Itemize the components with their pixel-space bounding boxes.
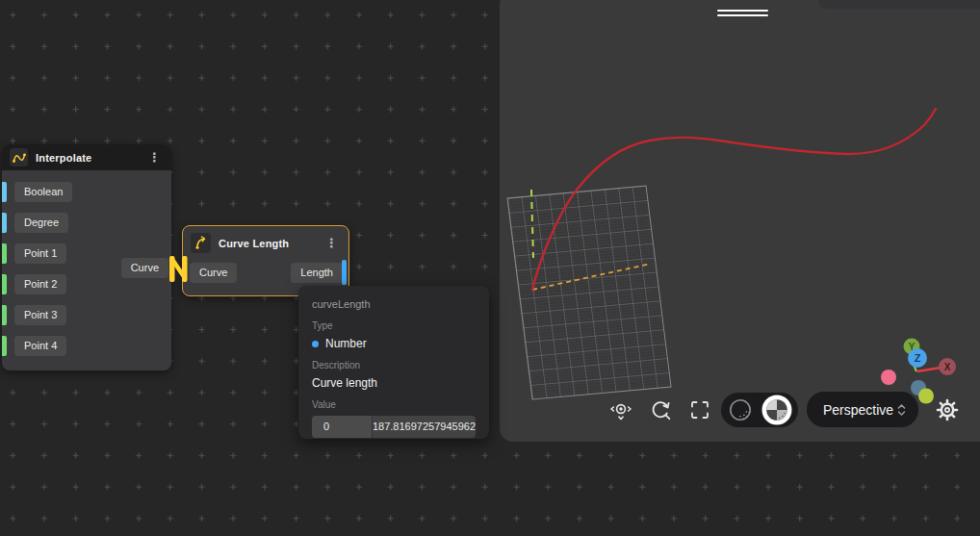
input-port-point2[interactable]: Point 2 [2, 274, 66, 294]
value-cell: 187.81697257945962 [372, 416, 476, 438]
tooltip-description-label: Description [312, 360, 476, 370]
port-label: Boolean [14, 182, 72, 202]
input-port-boolean[interactable]: Boolean [2, 182, 72, 202]
pan-icon [609, 398, 632, 421]
port-label: Degree [14, 213, 68, 233]
node-title: Curve Length [219, 238, 289, 249]
output-port-length[interactable]: Length [291, 263, 343, 283]
curve-length-icon [191, 233, 211, 253]
viewport-toolbar: Perspective [500, 391, 980, 429]
tooltip-description-value: Curve length [312, 376, 476, 390]
port-label: Length [291, 263, 343, 283]
interpolate-curve-icon [10, 148, 28, 166]
interpolate-node[interactable]: Interpolate ⋮ Boolean Degree Point 1 Poi… [2, 144, 171, 370]
port-label: Point 4 [14, 336, 66, 356]
shaded-sphere-icon[interactable] [761, 394, 793, 426]
port-label: Point 2 [14, 274, 66, 294]
orbit-button[interactable] [644, 394, 677, 426]
node-title: Interpolate [36, 152, 91, 164]
viewport-settings-button[interactable] [933, 396, 962, 424]
kebab-menu-icon[interactable]: ⋮ [145, 149, 164, 166]
port-type-strip [2, 305, 7, 325]
kebab-menu-icon[interactable]: ⋮ [322, 235, 341, 251]
fit-view-button[interactable] [683, 394, 716, 426]
wireframe-sphere-icon[interactable] [726, 396, 755, 424]
gizmo-x-label: X [944, 362, 951, 372]
fit-view-icon [688, 398, 711, 421]
gizmo-z-label: Z [915, 352, 921, 364]
tooltip-type-value: Number [325, 337, 367, 350]
port-type-strip [2, 213, 7, 233]
curve-wire[interactable] [167, 252, 193, 287]
value-index-cell: 0 [312, 416, 372, 438]
port-type-strip [2, 336, 7, 356]
port-type-strip [2, 274, 7, 294]
tooltip-value-label: Value [312, 399, 476, 410]
port-type-strip [2, 182, 7, 202]
orbit-icon [648, 397, 673, 422]
gear-icon [936, 398, 959, 421]
port-tooltip: curveLength Type Number Description Curv… [298, 286, 489, 439]
tooltip-type-label: Type [312, 320, 476, 331]
port-label: Curve [190, 263, 237, 283]
port-type-strip [342, 260, 347, 285]
port-label: Point 3 [14, 305, 66, 325]
viewport-drag-handle[interactable] [717, 10, 768, 16]
projection-value: Perspective [823, 402, 896, 418]
port-label: Point 1 [14, 243, 66, 264]
curve-length-node-header[interactable]: Curve Length ⋮ [183, 226, 348, 255]
chevron-up-down-icon [896, 402, 907, 418]
input-port-curve[interactable]: Curve [190, 263, 237, 283]
shading-mode-toggle[interactable] [721, 393, 798, 427]
value-table: 0 187.81697257945962 [312, 416, 476, 438]
input-port-point1[interactable]: Point 1 [2, 243, 66, 264]
type-number-dot-icon [312, 341, 319, 347]
3d-viewport[interactable]: Y Z X [500, 0, 980, 442]
input-port-point3[interactable]: Point 3 [2, 305, 66, 325]
port-type-strip [2, 243, 7, 264]
output-port-curve[interactable]: Curve [121, 258, 168, 278]
input-port-point4[interactable]: Point 4 [2, 336, 66, 356]
gizmo-neg-x-ball[interactable] [881, 370, 896, 385]
input-port-degree[interactable]: Degree [2, 213, 68, 233]
tooltip-port-name: curveLength [312, 298, 476, 310]
projection-dropdown[interactable]: Perspective [807, 392, 918, 427]
interpolate-node-header[interactable]: Interpolate ⋮ [2, 144, 171, 170]
port-label: Curve [121, 258, 168, 278]
pan-button[interactable] [605, 394, 637, 426]
